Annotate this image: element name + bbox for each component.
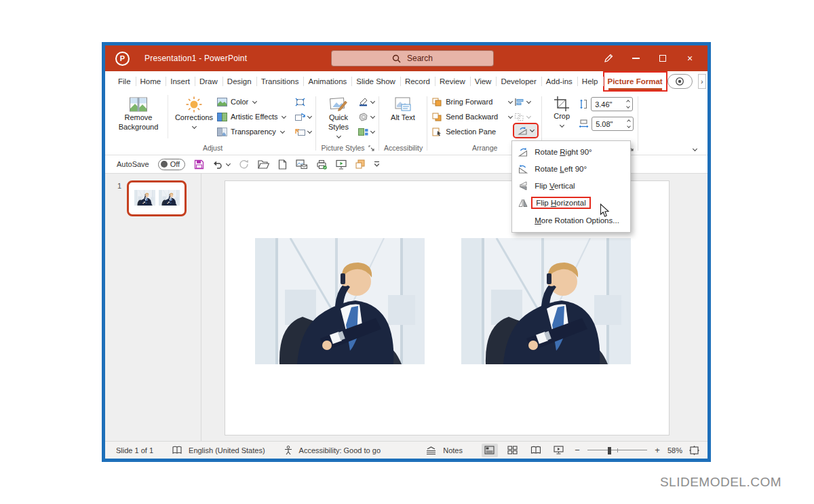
menu-item-flip-horizontal[interactable]: Flip Horizontal bbox=[512, 194, 630, 211]
crop-button[interactable]: Crop bbox=[547, 94, 577, 127]
tab-picture-format[interactable]: Picture Format bbox=[603, 71, 667, 92]
alt-text-button[interactable]: Alt Text bbox=[384, 94, 422, 123]
shape-height-field[interactable] bbox=[591, 97, 633, 111]
group-objects-button[interactable] bbox=[514, 109, 537, 124]
menu-item-rotate-right[interactable]: Rotate Right 90° bbox=[512, 143, 630, 160]
menu-item-flip-vertical[interactable]: Flip Vertical bbox=[512, 177, 630, 194]
tab-home[interactable]: Home bbox=[136, 71, 166, 92]
slide-number: 1 bbox=[117, 182, 121, 441]
remove-background-button[interactable]: Remove Background bbox=[114, 94, 163, 132]
tab-design[interactable]: Design bbox=[222, 71, 256, 92]
zoom-slider[interactable] bbox=[587, 446, 647, 455]
notes-button[interactable]: Notes bbox=[443, 446, 463, 454]
zoom-slider-handle[interactable] bbox=[608, 447, 611, 454]
language-indicator[interactable]: English (United States) bbox=[189, 446, 265, 454]
tab-slide-show[interactable]: Slide Show bbox=[351, 71, 400, 92]
email-icon[interactable] bbox=[296, 159, 307, 169]
picture-styles-dialog-launcher-icon[interactable] bbox=[368, 145, 374, 151]
autosave-toggle-knob bbox=[161, 161, 168, 168]
reset-picture-icon bbox=[295, 128, 305, 136]
collapse-ribbon-icon[interactable] bbox=[693, 147, 697, 151]
tab-record[interactable]: Record bbox=[400, 71, 435, 92]
align-button[interactable] bbox=[514, 94, 537, 109]
autosave-state: Off bbox=[170, 160, 180, 168]
artistic-effects-label: Artistic Effects bbox=[231, 113, 277, 121]
bring-forward-button[interactable]: Bring Forward bbox=[432, 94, 512, 109]
send-backward-button[interactable]: Send Backward bbox=[432, 109, 512, 124]
width-spinner[interactable] bbox=[627, 120, 632, 128]
tab-view[interactable]: View bbox=[470, 71, 497, 92]
slideshow-view-button[interactable] bbox=[551, 444, 567, 457]
picture-border-button[interactable] bbox=[358, 94, 374, 109]
customize-qat-icon[interactable] bbox=[374, 161, 380, 168]
selection-pane-button[interactable]: Selection Pane bbox=[432, 124, 512, 139]
transparency-button[interactable]: Transparency bbox=[217, 124, 293, 139]
corrections-button[interactable]: Corrections bbox=[173, 94, 215, 128]
tab-animations[interactable]: Animations bbox=[303, 71, 351, 92]
reading-view-button[interactable] bbox=[528, 444, 544, 457]
print-preview-icon[interactable] bbox=[316, 159, 327, 170]
minimize-button[interactable] bbox=[622, 47, 649, 70]
ribbon-more-button[interactable]: › bbox=[698, 74, 706, 89]
chevron-down-icon bbox=[370, 98, 375, 103]
change-picture-button[interactable] bbox=[295, 109, 311, 124]
accessibility-status[interactable]: Accessibility: Good to go bbox=[299, 446, 381, 454]
picture-effects-button[interactable] bbox=[358, 109, 374, 124]
open-file-icon[interactable] bbox=[258, 159, 269, 169]
zoom-out-button[interactable]: − bbox=[574, 445, 581, 455]
tab-insert[interactable]: Insert bbox=[166, 71, 195, 92]
quick-styles-button[interactable]: Quick Styles bbox=[321, 94, 356, 138]
menu-item-rotate-left[interactable]: Rotate Left 90° bbox=[512, 160, 630, 177]
compress-pictures-button[interactable] bbox=[295, 94, 311, 109]
zoom-level[interactable]: 58% bbox=[667, 446, 682, 454]
artistic-effects-button[interactable]: Artistic Effects bbox=[217, 109, 293, 124]
tab-review[interactable]: Review bbox=[435, 71, 470, 92]
quick-styles-label: Quick Styles bbox=[321, 113, 356, 132]
normal-view-button[interactable] bbox=[482, 444, 498, 457]
shape-width-input[interactable] bbox=[596, 120, 623, 128]
powerpoint-window: P Presentation1 - PowerPoint Search × Fi… bbox=[102, 42, 711, 462]
tab-help[interactable]: Help bbox=[577, 71, 603, 92]
businessman-photo-right[interactable] bbox=[461, 238, 631, 364]
undo-icon[interactable] bbox=[213, 159, 230, 169]
format-painter-icon[interactable] bbox=[355, 159, 365, 169]
tab-transitions[interactable]: Transitions bbox=[256, 71, 304, 92]
slide-sorter-view-button[interactable] bbox=[505, 444, 521, 457]
tab-file[interactable]: File bbox=[113, 71, 136, 92]
shape-width-field[interactable] bbox=[592, 117, 634, 131]
picture-layout-button[interactable] bbox=[358, 124, 374, 139]
tab-developer[interactable]: Developer bbox=[496, 71, 541, 92]
reset-picture-button[interactable] bbox=[295, 124, 311, 139]
start-slideshow-icon[interactable] bbox=[336, 159, 347, 170]
zoom-in-button[interactable]: + bbox=[654, 445, 661, 455]
rotate-objects-button[interactable]: Rotate Right 90° Rotate Left 90° bbox=[514, 124, 537, 137]
slide-thumbnail[interactable] bbox=[127, 180, 187, 216]
menu-item-more-rotation-options[interactable]: More Rotation Options... bbox=[512, 211, 630, 229]
title-bar: P Presentation1 - PowerPoint Search × bbox=[105, 45, 708, 71]
businessman-photo-left[interactable] bbox=[255, 238, 425, 364]
tab-draw[interactable]: Draw bbox=[195, 71, 222, 92]
adjust-small-buttons bbox=[295, 94, 311, 139]
color-icon bbox=[217, 98, 227, 106]
fit-slide-icon[interactable] bbox=[689, 446, 699, 455]
maximize-button[interactable] bbox=[649, 47, 676, 70]
save-icon[interactable] bbox=[194, 159, 204, 170]
pen-icon[interactable] bbox=[595, 47, 622, 70]
tab-add-ins[interactable]: Add-ins bbox=[541, 71, 577, 92]
compress-pictures-icon bbox=[295, 98, 305, 106]
group-accessibility: Alt Text Accessibility bbox=[383, 94, 427, 155]
remove-background-icon bbox=[129, 96, 148, 113]
new-document-icon[interactable] bbox=[278, 159, 287, 170]
color-button[interactable]: Color bbox=[217, 94, 293, 109]
spell-check-icon[interactable] bbox=[172, 446, 182, 454]
group-picture-styles: Quick Styles bbox=[320, 94, 379, 155]
color-label: Color bbox=[231, 98, 248, 106]
search-box[interactable]: Search bbox=[331, 50, 494, 66]
change-picture-icon bbox=[295, 113, 305, 121]
shape-height-input[interactable] bbox=[595, 100, 622, 109]
close-button[interactable]: × bbox=[676, 47, 703, 70]
record-button[interactable] bbox=[667, 74, 693, 89]
status-bar: Slide 1 of 1 English (United States) Acc… bbox=[105, 441, 708, 459]
autosave-toggle[interactable]: Off bbox=[158, 159, 185, 170]
height-spinner[interactable] bbox=[627, 100, 631, 108]
